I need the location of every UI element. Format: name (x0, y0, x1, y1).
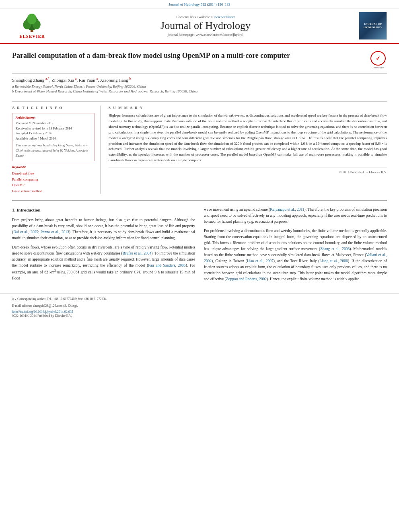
summary-text: High-performance calculations are of gre… (109, 113, 387, 163)
elsevier-tree-icon (18, 13, 46, 33)
affiliation-a: a Renewable Energy School, North China E… (12, 84, 387, 89)
main-content: Parallel computation of a dam-break flow… (0, 44, 399, 286)
article-info-header: A R T I C L E I N F O (12, 106, 95, 110)
ref-brufau[interactable]: Brufau et al., 2004 (123, 251, 152, 255)
footer-issn: 0022-1694/© 2014 Published by Elsevier B… (12, 314, 387, 318)
ref-kalyanapu[interactable]: Kalyanapu et al., 2011 (270, 207, 304, 212)
keywords-list: Dam-break flow Parallel computing OpenMP… (12, 170, 95, 194)
ref-zoppou[interactable]: Zoppou and Roberts, 2002 (226, 277, 267, 281)
affiliations: a Renewable Energy School, North China E… (12, 84, 387, 94)
ref-liao[interactable]: Liao et al., 2007 (247, 259, 274, 263)
journal-header-center: Contents lists available at ScienceDirec… (56, 15, 355, 37)
body-right-column: wave movement using an upwind scheme (Ka… (204, 207, 387, 286)
body-left-column: 1. Introduction Dam projects bring about… (12, 207, 195, 286)
article-info-column: A R T I C L E I N F O Article history: R… (12, 106, 101, 194)
journal-reference: Journal of Hydrology 512 (2014) 126–133 (0, 0, 399, 8)
author-zhongxi: Zhongxi Xia (51, 78, 74, 82)
keywords-title: Keywords: (12, 165, 95, 169)
journal-title: Journal of Hydrology (56, 20, 355, 32)
ref-dai[interactable]: Dai et al., 2005; Penna et al., 2013 (13, 230, 69, 234)
keywords-block: Keywords: Dam-break flow Parallel comput… (12, 165, 95, 194)
article-title: Parallel computation of a dam-break flow… (12, 51, 369, 60)
elsevier-logo: ELSEVIER (18, 13, 46, 39)
author-xiaoming: Xiaoming Jiang (100, 78, 128, 82)
affiliation-b: b Department of Water Hazard Research, C… (12, 89, 387, 94)
keyword-1: Dam-break flow (12, 170, 95, 176)
history-dates: Received 21 November 2013 Received in re… (16, 121, 91, 159)
elsevier-branding: ELSEVIER (8, 13, 56, 39)
keyword-2: Parallel computing (12, 177, 95, 182)
copyright: © 2014 Published by Elsevier B.V. (109, 167, 387, 174)
intro-para-2: Dam-break flows, whose evolution often o… (12, 244, 195, 281)
keyword-3: OpenMP (12, 182, 95, 188)
article-history-block: Article history: Received 21 November 20… (12, 113, 95, 162)
page-footer: ⁎ ⁎ Corresponding author. Tel.: +86 10 6… (0, 294, 399, 322)
editor-note: This manuscript was handled by Geoff Sym… (16, 143, 91, 158)
journal-cover-image: JOURNAL OFHYDROLOGY (359, 12, 387, 40)
footnote-star: ⁎ (12, 297, 14, 301)
crossmark-label: CrossMark (372, 66, 384, 69)
ref-pau[interactable]: Pau and Sanders, 2006 (148, 263, 185, 267)
footnote-corresponding: ⁎ ⁎ Corresponding author. Tel.: +86 10 6… (12, 296, 387, 302)
journal-cover: JOURNAL OFHYDROLOGY (355, 12, 391, 40)
received-date: Received 21 November 2013 (16, 121, 91, 126)
sciencedirect-label: Contents lists available at ScienceDirec… (56, 15, 355, 19)
available-date: Available online 4 March 2014 (16, 136, 91, 142)
right-para-2: For problems involving a discontinuous f… (204, 228, 387, 282)
author-shanghong: Shanghong Zhang (12, 78, 44, 82)
elsevier-brand-text: ELSEVIER (19, 34, 45, 39)
keyword-4: Finite volume method (12, 188, 95, 194)
summary-header: S U M M A R Y (109, 106, 387, 110)
body-content: 1. Introduction Dam projects bring about… (12, 200, 387, 286)
intro-section-title: 1. Introduction (12, 207, 195, 214)
right-para-1: wave movement using an upwind scheme (Ka… (204, 207, 387, 225)
svg-point-4 (27, 14, 37, 25)
footnote-email: E-mail address: zhangsh928@126.com (S. Z… (12, 304, 387, 308)
intro-para-1: Dam projects bring about great benefits … (12, 217, 195, 241)
footer-doi[interactable]: http://dx.doi.org/10.1016/j.jhydrol.2014… (12, 310, 387, 314)
summary-column: S U M M A R Y High-performance calculati… (109, 106, 387, 194)
journal-header: ELSEVIER Contents lists available at Sci… (0, 8, 399, 44)
accepted-date: Accepted 15 February 2014 (16, 131, 91, 136)
journal-homepage: journal homepage: www.elsevier.com/locat… (56, 33, 355, 37)
ref-zhang[interactable]: Zhang et al., 2008 (320, 247, 350, 251)
article-title-section: Parallel computation of a dam-break flow… (12, 44, 387, 74)
ref-valiani[interactable]: Valiani et al., 2002 (204, 253, 387, 263)
authors-section: Shanghong Zhang a,*, Zhongxi Xia a, Rui … (12, 74, 387, 96)
sciencedirect-link[interactable]: ScienceDirect (214, 15, 234, 19)
ref-liang[interactable]: Liang et al., 2006 (319, 259, 348, 263)
article-info-summary: A R T I C L E I N F O Article history: R… (12, 101, 387, 194)
history-title: Article history: (16, 116, 91, 119)
author-rui: Rui Yuan (79, 78, 95, 82)
authors-list: Shanghong Zhang a,*, Zhongxi Xia a, Rui … (12, 77, 387, 82)
crossmark-icon: ✓ (370, 51, 386, 66)
crossmark-badge[interactable]: ✓ CrossMark (369, 51, 387, 69)
revised-date: Received in revised form 13 February 201… (16, 126, 91, 131)
